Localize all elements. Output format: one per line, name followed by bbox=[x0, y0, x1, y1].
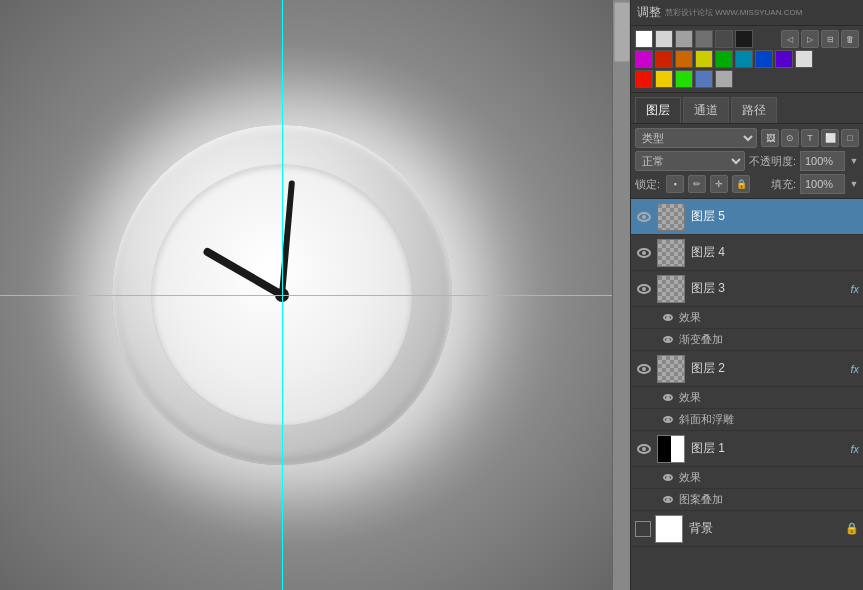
kind-icon-1[interactable]: 🖼 bbox=[761, 129, 779, 147]
layer-3-thumb bbox=[657, 275, 685, 303]
eye-icon-3g bbox=[663, 336, 673, 343]
layer-5-visibility[interactable] bbox=[635, 208, 653, 226]
swatch-cyan[interactable] bbox=[735, 50, 753, 68]
mini-btn-2[interactable]: ▷ bbox=[801, 30, 819, 48]
swatch-blue[interactable] bbox=[755, 50, 773, 68]
panel-header: 调整 慧彩设计论坛 WWW.MISSYUAN.COM bbox=[631, 0, 863, 26]
lock-position[interactable]: ✛ bbox=[710, 175, 728, 193]
layer-1-pattern-overlay[interactable]: 图案叠加 bbox=[631, 489, 863, 511]
layer-2-visibility[interactable] bbox=[635, 360, 653, 378]
eye-icon-5 bbox=[637, 212, 651, 222]
swatch-red[interactable] bbox=[655, 50, 673, 68]
layer-4-visibility[interactable] bbox=[635, 244, 653, 262]
tab-layers[interactable]: 图层 bbox=[635, 97, 681, 123]
layer-2-effect-header[interactable]: 效果 bbox=[631, 387, 863, 409]
swatch-bright-red[interactable] bbox=[635, 70, 653, 88]
layer-1-visibility[interactable] bbox=[635, 440, 653, 458]
kind-icon-2[interactable]: ⊙ bbox=[781, 129, 799, 147]
blend-row: 类型 🖼 ⊙ T ⬜ □ bbox=[635, 128, 859, 148]
layers-tabs: 图层 通道 路径 bbox=[631, 93, 863, 124]
swatch-light[interactable] bbox=[795, 50, 813, 68]
layer-item-1[interactable]: 图层 1 fx bbox=[631, 431, 863, 467]
layer-2-effect-label: 效果 bbox=[679, 390, 701, 405]
swatch-bright-green[interactable] bbox=[675, 70, 693, 88]
opacity-value[interactable]: 100% bbox=[800, 151, 845, 171]
swatch-row-3 bbox=[635, 70, 859, 88]
layer-3-effect-label: 效果 bbox=[679, 310, 701, 325]
swatch-row-2 bbox=[635, 50, 859, 68]
minute-hand bbox=[279, 180, 295, 295]
swatch-green[interactable] bbox=[715, 50, 733, 68]
clock-outer bbox=[112, 125, 452, 465]
swatch-gray[interactable] bbox=[675, 30, 693, 48]
mini-btn-1[interactable]: ◁ bbox=[781, 30, 799, 48]
layer-2-bevel-label: 斜面和浮雕 bbox=[679, 412, 734, 427]
layer-item-4[interactable]: 图层 4 bbox=[631, 235, 863, 271]
eye-icon-3e bbox=[663, 314, 673, 321]
layer-controls: 类型 🖼 ⊙ T ⬜ □ 正常 不透明度: 100% ▼ 锁定: ▪ ✏ ✛ 🔒 bbox=[631, 124, 863, 199]
kind-icon-4[interactable]: ⬜ bbox=[821, 129, 839, 147]
layer-3-visibility[interactable] bbox=[635, 280, 653, 298]
layer-item-2[interactable]: 图层 2 fx bbox=[631, 351, 863, 387]
layer-item-3[interactable]: 图层 3 fx bbox=[631, 271, 863, 307]
swatch-light-gray[interactable] bbox=[655, 30, 673, 48]
kind-icon-3[interactable]: T bbox=[801, 129, 819, 147]
swatch-magenta[interactable] bbox=[635, 50, 653, 68]
scrollbar[interactable] bbox=[612, 0, 630, 590]
lock-checkered[interactable]: ▪ bbox=[666, 175, 684, 193]
swatch-silver[interactable] bbox=[715, 70, 733, 88]
lock-all[interactable]: 🔒 bbox=[732, 175, 750, 193]
swatch-darker-gray[interactable] bbox=[715, 30, 733, 48]
layer-3-gradient-eye[interactable] bbox=[661, 333, 675, 347]
kind-select[interactable]: 类型 bbox=[635, 128, 757, 148]
layer-2-bevel-eye[interactable] bbox=[661, 413, 675, 427]
layer-2-effect-eye[interactable] bbox=[661, 391, 675, 405]
hand-center bbox=[275, 288, 289, 302]
layer-item-5[interactable]: 图层 5 bbox=[631, 199, 863, 235]
eye-icon-2 bbox=[637, 364, 651, 374]
layer-3-effect-header[interactable]: 效果 bbox=[631, 307, 863, 329]
layer-4-name: 图层 4 bbox=[691, 244, 859, 261]
eye-icon-1 bbox=[637, 444, 651, 454]
swatch-bright-yellow[interactable] bbox=[655, 70, 673, 88]
layer-1-pattern-eye[interactable] bbox=[661, 493, 675, 507]
swatch-black[interactable] bbox=[735, 30, 753, 48]
layer-1-effect-header[interactable]: 效果 bbox=[631, 467, 863, 489]
mini-btn-3[interactable]: ⊟ bbox=[821, 30, 839, 48]
canvas-inner bbox=[0, 0, 612, 590]
swatch-yellow[interactable] bbox=[695, 50, 713, 68]
eye-icon-4 bbox=[637, 248, 651, 258]
layer-5-thumb bbox=[657, 203, 685, 231]
swatch-dark-gray[interactable] bbox=[695, 30, 713, 48]
mini-btn-4[interactable]: 🗑 bbox=[841, 30, 859, 48]
lock-brush[interactable]: ✏ bbox=[688, 175, 706, 193]
layer-3-name: 图层 3 bbox=[691, 280, 846, 297]
tab-channels[interactable]: 通道 bbox=[683, 97, 729, 123]
layer-1-name: 图层 1 bbox=[691, 440, 846, 457]
blend-mode-select[interactable]: 正常 bbox=[635, 151, 745, 171]
layer-3-gradient-overlay[interactable]: 渐变叠加 bbox=[631, 329, 863, 351]
layer-2-name: 图层 2 bbox=[691, 360, 846, 377]
tab-paths[interactable]: 路径 bbox=[731, 97, 777, 123]
bg-lock-icon: 🔒 bbox=[845, 522, 859, 535]
layer-1-effect-eye[interactable] bbox=[661, 471, 675, 485]
eye-icon-1p bbox=[663, 496, 673, 503]
layer-4-thumb bbox=[657, 239, 685, 267]
fill-value[interactable]: 100% bbox=[800, 174, 845, 194]
eye-icon-2b bbox=[663, 416, 673, 423]
swatch-steel-blue[interactable] bbox=[695, 70, 713, 88]
background-layer[interactable]: 背景 🔒 bbox=[631, 511, 863, 547]
swatch-purple[interactable] bbox=[775, 50, 793, 68]
lock-label: 锁定: bbox=[635, 177, 660, 192]
kind-icon-5[interactable]: □ bbox=[841, 129, 859, 147]
scrollbar-thumb[interactable] bbox=[614, 2, 630, 62]
swatch-orange[interactable] bbox=[675, 50, 693, 68]
bg-checkbox[interactable] bbox=[635, 521, 651, 537]
lock-row: 锁定: ▪ ✏ ✛ 🔒 填充: 100% ▼ bbox=[635, 174, 859, 194]
bg-thumb bbox=[655, 515, 683, 543]
layer-3-effect-eye[interactable] bbox=[661, 311, 675, 325]
opacity-arrow[interactable]: ▼ bbox=[849, 156, 859, 166]
swatch-white[interactable] bbox=[635, 30, 653, 48]
layer-2-bevel-emboss[interactable]: 斜面和浮雕 bbox=[631, 409, 863, 431]
fill-arrow[interactable]: ▼ bbox=[849, 179, 859, 189]
